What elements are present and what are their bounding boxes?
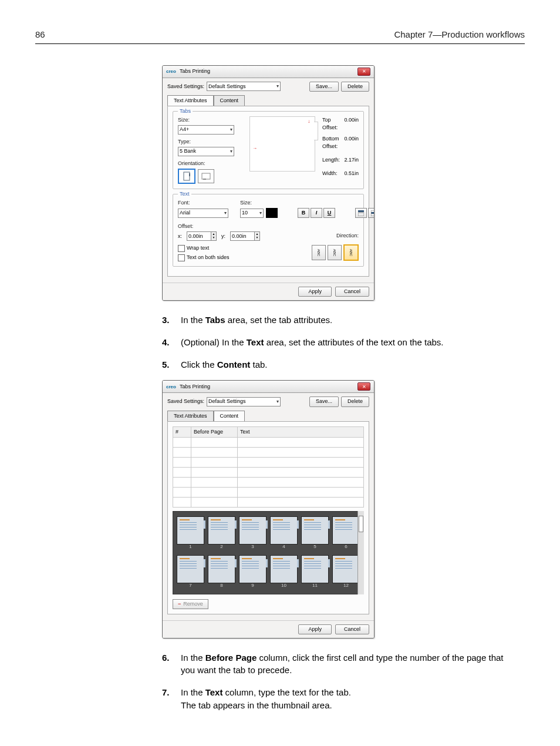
table-row[interactable] xyxy=(173,457,364,467)
align-middle-button[interactable] xyxy=(368,208,375,218)
step-3: 3. In the Tabs area, set the tab attribu… xyxy=(162,314,508,327)
table-row[interactable] xyxy=(173,437,364,447)
table-row[interactable] xyxy=(173,477,364,487)
save-button[interactable]: Save... xyxy=(309,82,339,92)
delete-button[interactable]: Delete xyxy=(341,82,369,92)
page-thumbnail[interactable] xyxy=(332,555,360,583)
orientation-portrait-button[interactable] xyxy=(178,169,195,184)
close-icon[interactable]: ✕ xyxy=(357,68,370,76)
content-panel: # Before Page Text xyxy=(167,421,369,614)
cancel-button-2[interactable]: Cancel xyxy=(335,624,369,634)
step-6: 6. In the Before Page column, click the … xyxy=(162,651,508,677)
saved-settings-label-2: Saved Settings: xyxy=(167,398,204,405)
screenshot-text-attributes: creo Tabs Printing ✕ Saved Settings: Def… xyxy=(162,65,375,301)
width-label: Width: xyxy=(322,170,338,177)
size-combo[interactable]: A4+ xyxy=(178,125,234,135)
direction-2-button[interactable]: ABC xyxy=(328,245,342,260)
page-thumbnail[interactable] xyxy=(270,555,298,583)
close-icon-2[interactable]: ✕ xyxy=(357,382,370,391)
thumbnail-scrollbar[interactable] xyxy=(357,511,364,594)
step-5: 5. Click the Content tab. xyxy=(162,358,508,371)
type-label: Type: xyxy=(178,138,242,146)
underline-button[interactable]: U xyxy=(323,208,335,218)
align-top-button[interactable] xyxy=(355,208,367,218)
col-before-page: Before Page xyxy=(191,426,238,437)
offset-x-spinner[interactable]: 0.00in ▲▼ xyxy=(187,231,217,241)
save-button-2[interactable]: Save... xyxy=(309,396,339,406)
apply-button-2[interactable]: Apply xyxy=(298,624,332,634)
orientation-landscape-button[interactable] xyxy=(198,169,214,183)
bold-button[interactable]: B xyxy=(298,208,309,218)
cancel-button[interactable]: Cancel xyxy=(335,287,369,297)
window-title-2: Tabs Printing xyxy=(180,383,210,391)
orientation-label: Orientation: xyxy=(178,160,242,167)
creo-logo-2: creo xyxy=(166,384,176,391)
creo-logo: creo xyxy=(166,68,176,75)
group-tabs-legend: Tabs xyxy=(178,107,193,115)
tab-content-2[interactable]: Content xyxy=(214,411,245,421)
table-row[interactable] xyxy=(173,497,364,507)
page-thumbnail[interactable] xyxy=(208,555,235,583)
length-label: Length: xyxy=(322,156,340,164)
width-value: 0.51in xyxy=(344,170,359,177)
wrap-text-label: Wrap text xyxy=(187,245,209,251)
direction-3-button[interactable]: ABC xyxy=(343,244,359,261)
font-combo[interactable]: Arial xyxy=(178,209,228,218)
font-size-combo[interactable]: 10 xyxy=(240,209,264,218)
table-row[interactable] xyxy=(173,487,364,497)
offset-label: Offset: xyxy=(178,223,359,230)
col-hash: # xyxy=(173,426,191,437)
page-thumbnail[interactable] xyxy=(270,516,298,545)
tab-content[interactable]: Content xyxy=(214,95,245,106)
saved-settings-combo-2[interactable]: Default Settings xyxy=(207,397,281,406)
svg-rect-6 xyxy=(371,212,375,214)
italic-button[interactable]: I xyxy=(311,208,322,218)
wrap-text-checkbox[interactable] xyxy=(178,245,185,252)
page-thumbnail[interactable] xyxy=(177,555,204,583)
offset-y-spinner[interactable]: 0.00in ▲▼ xyxy=(230,231,260,241)
tab-text-attributes[interactable]: Text Attributes xyxy=(167,95,214,106)
type-combo[interactable]: 5 Bank xyxy=(178,147,234,156)
svg-rect-2 xyxy=(202,173,210,179)
page-header: 86 Chapter 7—Production workflows xyxy=(35,28,525,44)
length-value: 2.17in xyxy=(344,156,359,164)
top-offset-label: Top Offset: xyxy=(322,116,344,132)
apply-button[interactable]: Apply xyxy=(298,287,332,297)
step-7: 7. In the Text column, type the text for… xyxy=(162,686,508,712)
saved-settings-label: Saved Settings: xyxy=(167,83,204,90)
chapter-title: Chapter 7—Production workflows xyxy=(394,28,525,41)
table-row[interactable] xyxy=(173,467,364,477)
page-thumbnail[interactable] xyxy=(301,555,329,583)
delete-button-2[interactable]: Delete xyxy=(341,396,369,406)
col-text: Text xyxy=(238,426,364,437)
both-sides-checkbox[interactable] xyxy=(178,254,185,261)
page-thumbnail[interactable] xyxy=(239,516,266,545)
offset-y-label: y: xyxy=(221,233,225,240)
page-thumbnail[interactable] xyxy=(239,555,266,583)
font-color-button[interactable] xyxy=(266,208,278,218)
svg-rect-0 xyxy=(184,172,190,180)
titlebar-2: creo Tabs Printing ✕ xyxy=(163,381,374,393)
svg-rect-1 xyxy=(189,173,190,176)
tabs-table[interactable]: # Before Page Text xyxy=(173,426,364,508)
instruction-list-b: 6. In the Before Page column, click the … xyxy=(162,651,508,712)
direction-label: Direction: xyxy=(336,232,359,240)
page-thumbnail[interactable] xyxy=(208,516,235,545)
page-thumbnail[interactable] xyxy=(332,516,360,545)
size-label: Size: xyxy=(178,116,242,124)
page-thumbnail[interactable] xyxy=(177,516,204,545)
bottom-offset-value: 0.00in xyxy=(344,135,359,150)
direction-1-button[interactable]: ABC xyxy=(312,245,326,260)
table-row[interactable] xyxy=(173,447,364,457)
offset-x-label: x: xyxy=(178,233,182,240)
minus-icon: − xyxy=(178,600,181,608)
page-thumbnail[interactable] xyxy=(301,516,329,545)
window-title: Tabs Printing xyxy=(180,68,210,75)
top-offset-value: 0.00in xyxy=(344,116,359,132)
both-sides-label: Text on both sides xyxy=(187,254,230,260)
remove-button[interactable]: − Remove xyxy=(173,599,208,609)
thumbnail-area xyxy=(173,511,364,594)
saved-settings-combo[interactable]: Default Settings xyxy=(207,82,281,91)
tab-text-attributes-2[interactable]: Text Attributes xyxy=(167,411,214,421)
bottom-offset-label: Bottom Offset: xyxy=(322,135,344,150)
